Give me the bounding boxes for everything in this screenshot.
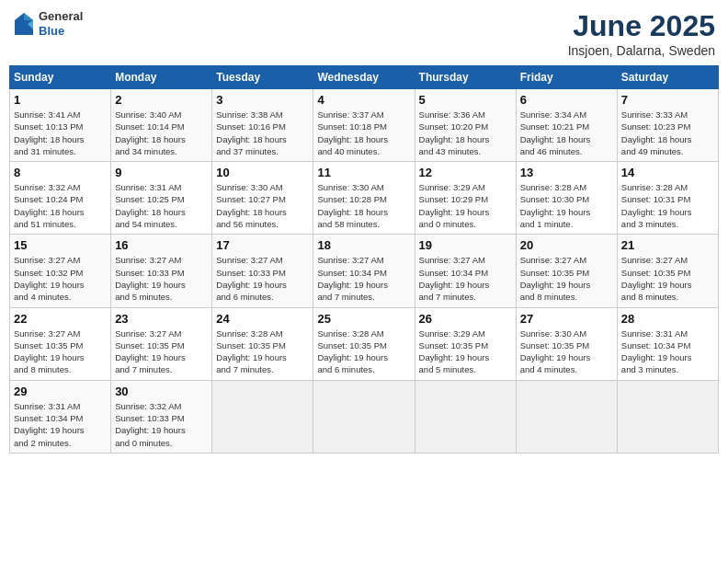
day-info: Sunrise: 3:27 AMSunset: 10:35 PMDaylight… (621, 254, 714, 303)
day-number: 23 (115, 312, 208, 326)
day-cell: 3Sunrise: 3:38 AMSunset: 10:16 PMDayligh… (212, 89, 313, 162)
day-number: 26 (419, 312, 512, 326)
day-info: Sunrise: 3:27 AMSunset: 10:35 PMDaylight… (520, 254, 613, 303)
day-number: 7 (621, 93, 714, 107)
page-header: General Blue June 2025 Insjoen, Dalarna,… (9, 9, 719, 58)
day-info: Sunrise: 3:31 AMSunset: 10:34 PMDaylight… (621, 327, 714, 376)
day-cell: 22Sunrise: 3:27 AMSunset: 10:35 PMDaylig… (10, 307, 111, 380)
day-info: Sunrise: 3:30 AMSunset: 10:27 PMDaylight… (216, 181, 309, 230)
header-row: SundayMondayTuesdayWednesdayThursdayFrid… (10, 66, 719, 89)
day-number: 14 (621, 166, 714, 179)
day-info: Sunrise: 3:33 AMSunset: 10:23 PMDaylight… (621, 109, 714, 157)
calendar-header: SundayMondayTuesdayWednesdayThursdayFrid… (10, 66, 719, 89)
day-cell: 20Sunrise: 3:27 AMSunset: 10:35 PMDaylig… (516, 235, 617, 307)
header-cell-tuesday: Tuesday (212, 66, 313, 89)
calendar-table: SundayMondayTuesdayWednesdayThursdayFrid… (9, 65, 719, 454)
day-info: Sunrise: 3:31 AMSunset: 10:34 PMDaylight… (14, 400, 107, 449)
day-info: Sunrise: 3:30 AMSunset: 10:28 PMDaylight… (317, 181, 410, 230)
day-cell: 30Sunrise: 3:32 AMSunset: 10:33 PMDaylig… (111, 380, 212, 453)
header-cell-thursday: Thursday (415, 66, 516, 89)
day-number: 4 (317, 93, 410, 107)
day-cell: 12Sunrise: 3:29 AMSunset: 10:29 PMDaylig… (415, 162, 516, 235)
day-cell (516, 380, 617, 453)
day-number: 11 (317, 166, 410, 179)
day-cell: 8Sunrise: 3:32 AMSunset: 10:24 PMDayligh… (10, 162, 111, 235)
header-cell-friday: Friday (516, 66, 617, 89)
day-number: 25 (317, 312, 410, 326)
logo-blue: Blue (39, 24, 83, 39)
day-info: Sunrise: 3:32 AMSunset: 10:24 PMDaylight… (14, 181, 107, 230)
logo: General Blue (13, 9, 83, 38)
day-cell: 17Sunrise: 3:27 AMSunset: 10:33 PMDaylig… (212, 235, 313, 307)
day-info: Sunrise: 3:37 AMSunset: 10:18 PMDaylight… (317, 109, 410, 157)
day-cell: 2Sunrise: 3:40 AMSunset: 10:14 PMDayligh… (111, 89, 212, 162)
day-number: 13 (520, 166, 613, 179)
day-number: 30 (115, 385, 208, 398)
day-info: Sunrise: 3:41 AMSunset: 10:13 PMDaylight… (14, 109, 107, 157)
day-number: 10 (216, 166, 309, 179)
day-number: 5 (419, 93, 512, 107)
title-block: June 2025 Insjoen, Dalarna, Sweden (568, 9, 715, 58)
day-cell: 15Sunrise: 3:27 AMSunset: 10:32 PMDaylig… (10, 235, 111, 307)
day-cell: 16Sunrise: 3:27 AMSunset: 10:33 PMDaylig… (111, 235, 212, 307)
day-info: Sunrise: 3:28 AMSunset: 10:35 PMDaylight… (317, 327, 410, 376)
day-number: 6 (520, 93, 613, 107)
day-info: Sunrise: 3:31 AMSunset: 10:25 PMDaylight… (115, 181, 208, 230)
day-cell (617, 380, 718, 453)
day-number: 3 (216, 93, 309, 107)
day-number: 1 (14, 93, 107, 107)
day-info: Sunrise: 3:36 AMSunset: 10:20 PMDaylight… (419, 109, 512, 157)
week-row-1: 1Sunrise: 3:41 AMSunset: 10:13 PMDayligh… (10, 89, 719, 162)
day-cell (313, 380, 415, 453)
day-cell: 27Sunrise: 3:30 AMSunset: 10:35 PMDaylig… (516, 307, 617, 380)
week-row-5: 29Sunrise: 3:31 AMSunset: 10:34 PMDaylig… (10, 380, 719, 453)
day-info: Sunrise: 3:29 AMSunset: 10:29 PMDaylight… (419, 181, 512, 230)
day-cell: 1Sunrise: 3:41 AMSunset: 10:13 PMDayligh… (10, 89, 111, 162)
day-info: Sunrise: 3:28 AMSunset: 10:35 PMDaylight… (216, 327, 309, 376)
day-cell: 14Sunrise: 3:28 AMSunset: 10:31 PMDaylig… (617, 162, 718, 235)
day-cell: 18Sunrise: 3:27 AMSunset: 10:34 PMDaylig… (313, 235, 415, 307)
logo-text: General Blue (39, 9, 83, 38)
day-number: 22 (14, 312, 107, 326)
day-info: Sunrise: 3:27 AMSunset: 10:34 PMDaylight… (317, 254, 410, 303)
logo-general: General (39, 9, 83, 24)
day-cell (415, 380, 516, 453)
day-info: Sunrise: 3:34 AMSunset: 10:21 PMDaylight… (520, 109, 613, 157)
day-number: 20 (520, 238, 613, 252)
day-info: Sunrise: 3:38 AMSunset: 10:16 PMDaylight… (216, 109, 309, 157)
day-cell: 23Sunrise: 3:27 AMSunset: 10:35 PMDaylig… (111, 307, 212, 380)
day-cell: 29Sunrise: 3:31 AMSunset: 10:34 PMDaylig… (10, 380, 111, 453)
day-cell: 26Sunrise: 3:29 AMSunset: 10:35 PMDaylig… (415, 307, 516, 380)
week-row-3: 15Sunrise: 3:27 AMSunset: 10:32 PMDaylig… (10, 235, 719, 307)
calendar-subtitle: Insjoen, Dalarna, Sweden (568, 43, 715, 58)
day-info: Sunrise: 3:27 AMSunset: 10:33 PMDaylight… (115, 254, 208, 303)
day-number: 24 (216, 312, 309, 326)
day-info: Sunrise: 3:28 AMSunset: 10:30 PMDaylight… (520, 181, 613, 230)
day-info: Sunrise: 3:40 AMSunset: 10:14 PMDaylight… (115, 109, 208, 157)
header-cell-sunday: Sunday (10, 66, 111, 89)
day-number: 8 (14, 166, 107, 179)
day-cell: 24Sunrise: 3:28 AMSunset: 10:35 PMDaylig… (212, 307, 313, 380)
calendar-body: 1Sunrise: 3:41 AMSunset: 10:13 PMDayligh… (10, 89, 719, 454)
day-number: 2 (115, 93, 208, 107)
day-number: 21 (621, 238, 714, 252)
day-cell: 13Sunrise: 3:28 AMSunset: 10:30 PMDaylig… (516, 162, 617, 235)
day-number: 29 (14, 385, 107, 398)
day-number: 19 (419, 238, 512, 252)
day-cell: 6Sunrise: 3:34 AMSunset: 10:21 PMDayligh… (516, 89, 617, 162)
day-cell: 11Sunrise: 3:30 AMSunset: 10:28 PMDaylig… (313, 162, 415, 235)
day-number: 15 (14, 238, 107, 252)
day-info: Sunrise: 3:27 AMSunset: 10:35 PMDaylight… (14, 327, 107, 376)
day-cell: 25Sunrise: 3:28 AMSunset: 10:35 PMDaylig… (313, 307, 415, 380)
day-info: Sunrise: 3:29 AMSunset: 10:35 PMDaylight… (419, 327, 512, 376)
header-cell-saturday: Saturday (617, 66, 718, 89)
day-info: Sunrise: 3:28 AMSunset: 10:31 PMDaylight… (621, 181, 714, 230)
logo-icon (13, 11, 35, 37)
day-info: Sunrise: 3:27 AMSunset: 10:33 PMDaylight… (216, 254, 309, 303)
day-cell: 19Sunrise: 3:27 AMSunset: 10:34 PMDaylig… (415, 235, 516, 307)
day-number: 9 (115, 166, 208, 179)
header-cell-monday: Monday (111, 66, 212, 89)
day-info: Sunrise: 3:27 AMSunset: 10:32 PMDaylight… (14, 254, 107, 303)
day-number: 27 (520, 312, 613, 326)
day-number: 18 (317, 238, 410, 252)
